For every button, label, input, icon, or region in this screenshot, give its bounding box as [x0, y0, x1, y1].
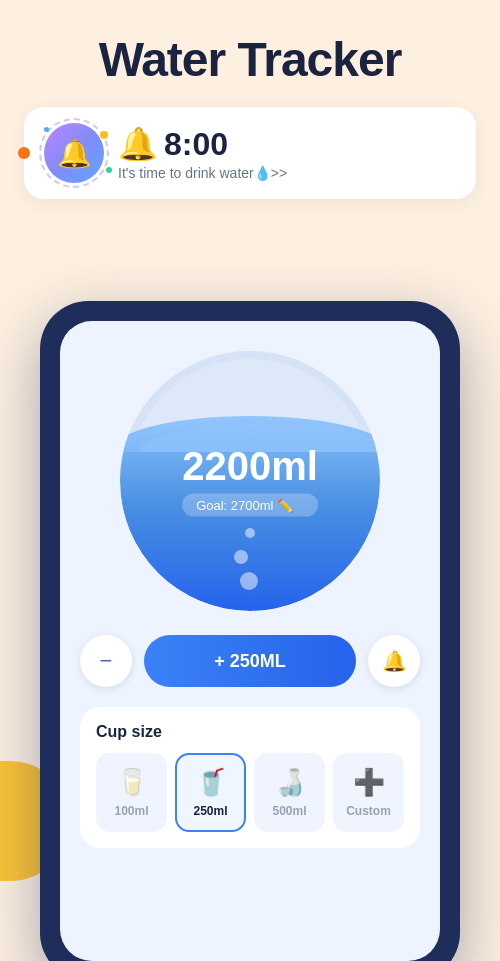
cup-size-row: 🥛 100ml 🥤 250ml 🍶 500ml ➕ Custom: [96, 753, 404, 832]
cup-icon-250ml: 🥤: [195, 767, 227, 798]
cup-item-250ml[interactable]: 🥤 250ml: [175, 753, 246, 832]
minus-button[interactable]: −: [80, 635, 132, 687]
sparkle-decoration-1: [100, 131, 108, 139]
water-bubble-1: [245, 528, 255, 538]
orange-dot-decoration: [18, 147, 30, 159]
sparkle-decoration-3: [44, 127, 49, 132]
water-bubble-3: [240, 572, 258, 590]
sparkle-decoration-2: [106, 167, 112, 173]
cup-item-500ml[interactable]: 🍶 500ml: [254, 753, 325, 832]
water-circle: 2200ml Goal: 2700ml ✏️: [120, 351, 380, 611]
cup-size-title: Cup size: [96, 723, 404, 741]
cup-size-section: Cup size 🥛 100ml 🥤 250ml 🍶 500ml ➕ Custo…: [80, 707, 420, 848]
add-water-button[interactable]: + 250ML: [144, 635, 356, 687]
cup-item-100ml[interactable]: 🥛 100ml: [96, 753, 167, 832]
cup-label-custom: Custom: [346, 804, 391, 818]
notification-subtitle: It's time to drink water💧>>: [118, 165, 287, 181]
cup-icon-custom: ➕: [353, 767, 385, 798]
cup-icon-500ml: 🍶: [274, 767, 306, 798]
page-title: Water Tracker: [0, 0, 500, 87]
notification-card[interactable]: 🔔 🔔 8:00 It's time to drink water💧>>: [24, 107, 476, 199]
phone-mockup: 2200ml Goal: 2700ml ✏️ − + 250ML 🔔 Cup s…: [40, 301, 460, 961]
cup-icon-100ml: 🥛: [116, 767, 148, 798]
cup-label-100ml: 100ml: [114, 804, 148, 818]
notification-bell-icon: 🔔: [57, 137, 92, 170]
water-text: 2200ml Goal: 2700ml ✏️: [182, 446, 318, 517]
notification-time-value: 8:00: [164, 126, 228, 163]
cup-item-custom[interactable]: ➕ Custom: [333, 753, 404, 832]
water-goal: Goal: 2700ml ✏️: [182, 494, 318, 517]
bell-button[interactable]: 🔔: [368, 635, 420, 687]
action-row: − + 250ML 🔔: [80, 635, 420, 687]
cup-label-500ml: 500ml: [272, 804, 306, 818]
water-amount: 2200ml: [182, 446, 318, 486]
notification-avatar: 🔔: [44, 123, 104, 183]
notification-content: 🔔 8:00 It's time to drink water💧>>: [118, 125, 287, 181]
notification-time: 🔔 8:00: [118, 125, 287, 163]
notification-bell-small: 🔔: [118, 125, 158, 163]
cup-label-250ml: 250ml: [193, 804, 227, 818]
phone-screen: 2200ml Goal: 2700ml ✏️ − + 250ML 🔔 Cup s…: [60, 321, 440, 961]
